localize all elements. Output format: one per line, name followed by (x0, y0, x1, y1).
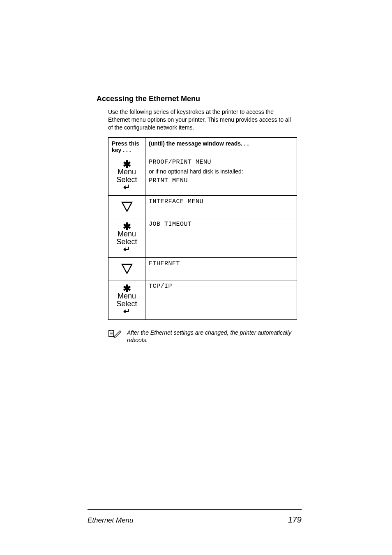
section-heading: Accessing the Ethernet Menu (97, 95, 295, 103)
down-arrow-key-icon (111, 264, 143, 274)
table-row: ✱ Menu Select ↵ PROOF/PRINT MENU or if n… (108, 156, 297, 195)
footer-title: Ethernet Menu (88, 516, 134, 525)
menu-label: Menu (116, 168, 137, 176)
menu-select-key-icon: ✱ Menu Select ↵ (116, 284, 137, 314)
message-cell: ETHERNET (145, 257, 297, 280)
message-line: TCP/IP (149, 283, 293, 290)
key-cell-menu-select: ✱ Menu Select ↵ (108, 280, 145, 319)
message-cell: TCP/IP (145, 280, 297, 319)
table-row: ✱ Menu Select ↵ TCP/IP (108, 280, 297, 319)
note-text: After the Ethernet settings are changed,… (127, 329, 295, 345)
message-cell: PROOF/PRINT MENU or if no optional hard … (145, 156, 297, 195)
table-row: INTERFACE MENU (108, 195, 297, 218)
footer-page-number: 179 (288, 515, 302, 525)
svg-marker-1 (122, 264, 132, 273)
star-icon: ✱ (116, 284, 137, 292)
return-icon: ↵ (116, 184, 137, 190)
message-line: INTERFACE MENU (149, 198, 293, 205)
star-icon: ✱ (116, 222, 137, 230)
menu-select-key-icon: ✱ Menu Select ↵ (116, 160, 137, 190)
svg-marker-9 (114, 331, 121, 338)
table-row: ✱ Menu Select ↵ JOB TIMEOUT (108, 218, 297, 257)
intro-paragraph: Use the following series of keystrokes a… (97, 108, 295, 132)
page-footer: Ethernet Menu 179 (88, 515, 302, 525)
key-cell-menu-select: ✱ Menu Select ↵ (108, 156, 145, 195)
table-row: ETHERNET (108, 257, 297, 280)
message-line: PRINT MENU (149, 177, 293, 184)
message-line: ETHERNET (149, 260, 293, 267)
footer-divider (88, 509, 302, 510)
return-icon: ↵ (116, 308, 137, 314)
message-cell: INTERFACE MENU (145, 195, 297, 218)
menu-label: Menu (116, 230, 137, 238)
svg-marker-0 (122, 202, 132, 211)
message-cell: JOB TIMEOUT (145, 218, 297, 257)
key-cell-down (108, 195, 145, 218)
note-block: After the Ethernet settings are changed,… (97, 329, 295, 345)
key-cell-menu-select: ✱ Menu Select ↵ (108, 218, 145, 257)
menu-label: Menu (116, 292, 137, 300)
down-arrow-key-icon (111, 201, 143, 212)
star-icon: ✱ (116, 160, 137, 168)
svg-line-10 (119, 332, 120, 333)
return-icon: ↵ (116, 246, 137, 252)
key-cell-down (108, 257, 145, 280)
table-header-key: Press this key . . . (108, 137, 145, 156)
message-line: JOB TIMEOUT (149, 221, 293, 228)
message-line: PROOF/PRINT MENU (149, 159, 293, 166)
table-header-message: (until) the message window reads. . . (145, 137, 297, 156)
menu-select-key-icon: ✱ Menu Select ↵ (116, 222, 137, 252)
keystroke-table: Press this key . . . (until) the message… (108, 137, 297, 320)
note-icon (108, 329, 122, 340)
message-mid-text: or if no optional hard disk is installed… (149, 168, 293, 175)
